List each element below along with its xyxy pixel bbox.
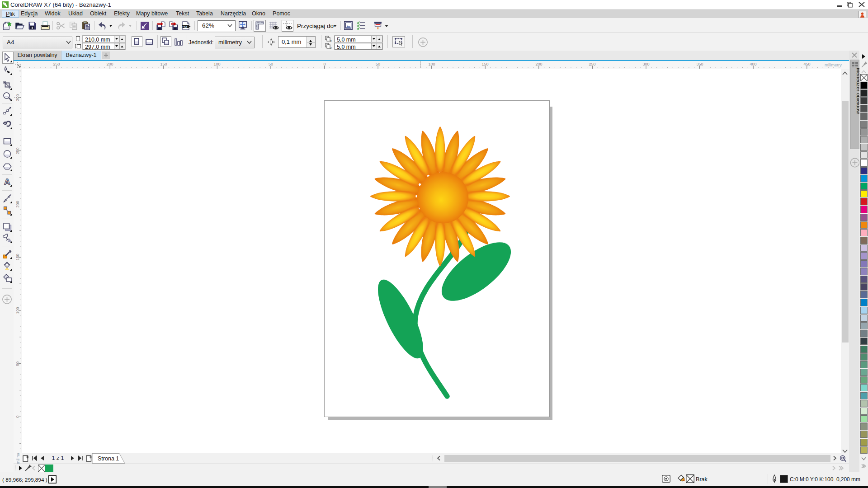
svg-text:0: 0: [323, 62, 326, 66]
svg-text:50: 50: [269, 62, 273, 66]
svg-text:Strona 1: Strona 1: [98, 455, 119, 462]
svg-text:0: 0: [15, 415, 20, 418]
svg-text:200: 200: [106, 62, 113, 66]
svg-text:150: 150: [160, 62, 167, 66]
svg-text:200: 200: [535, 62, 542, 66]
svg-text:250: 250: [15, 147, 20, 154]
svg-text:400: 400: [750, 62, 756, 66]
svg-text:50: 50: [376, 62, 380, 66]
svg-text:milimetry: milimetry: [15, 453, 20, 464]
svg-text:100: 100: [213, 62, 220, 66]
svg-text:250: 250: [53, 62, 60, 66]
svg-text:x: x: [330, 39, 332, 42]
svg-text:200: 200: [15, 201, 20, 207]
svg-text:150: 150: [481, 62, 488, 66]
svg-text:250: 250: [589, 62, 595, 66]
svg-text:PDF: PDF: [183, 25, 189, 28]
svg-text:100: 100: [428, 62, 435, 66]
svg-text:300: 300: [642, 62, 649, 66]
svg-text:150: 150: [15, 253, 20, 260]
svg-text:100: 100: [15, 307, 20, 314]
svg-text:50: 50: [15, 361, 20, 366]
svg-text:450: 450: [803, 62, 810, 66]
svg-text:350: 350: [696, 62, 703, 66]
svg-text:A: A: [4, 177, 10, 187]
svg-text:y: y: [330, 47, 332, 49]
